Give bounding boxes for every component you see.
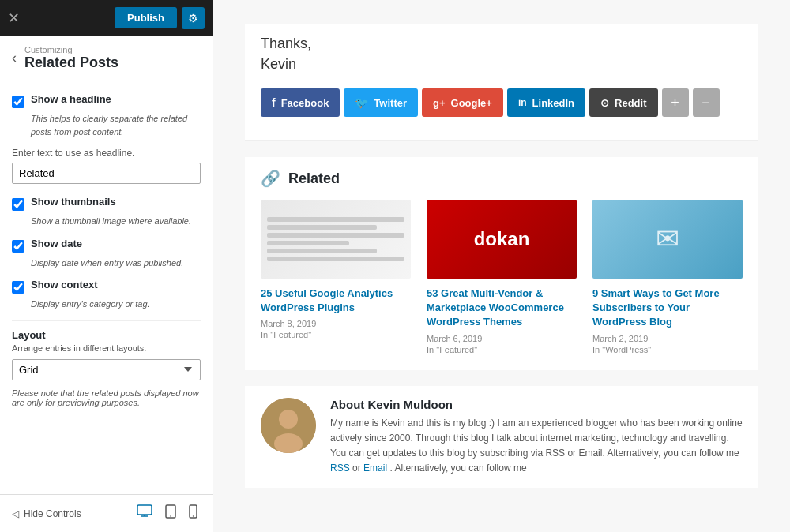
post-card: dokan 53 Great Multi-Vendor & Marketplac… <box>427 200 577 354</box>
about-content: About Kevin Muldoon My name is Kevin and… <box>330 398 743 477</box>
post-thumbnail-3: ✉ <box>592 200 743 279</box>
post-date-2: March 6, 2019 <box>427 334 577 343</box>
related-header: 🔗 Related <box>261 169 743 188</box>
svg-point-7 <box>274 433 303 453</box>
google-share-button[interactable]: g+ Google+ <box>422 88 503 117</box>
customizer-panel: ✕ Publish ⚙ ‹ Customizing Related Posts … <box>0 0 213 532</box>
gear-icon: ⚙ <box>188 12 198 24</box>
email-link[interactable]: Email <box>363 463 387 474</box>
panel-title: Related Posts <box>24 54 118 71</box>
post-thumbnail-1 <box>261 200 411 279</box>
preview-note: Please note that the related posts displ… <box>12 388 201 407</box>
envelope-icon: ✉ <box>656 223 679 256</box>
show-headline-label[interactable]: Show a headline <box>31 93 111 105</box>
reddit-label: Reddit <box>615 97 646 109</box>
show-thumbnails-row: Show thumbnails <box>12 196 201 211</box>
post-category-1: In "Featured" <box>261 330 411 339</box>
reddit-icon: ⊙ <box>600 97 609 109</box>
svg-point-4 <box>193 515 194 516</box>
publish-area: Publish ⚙ <box>115 7 205 29</box>
svg-point-2 <box>170 515 171 517</box>
blog-preview: Thanks, Kevin f Facebook 🐦 Twitter g+ Go… <box>213 0 790 532</box>
linkedin-icon: in <box>518 97 527 108</box>
layout-select[interactable]: Grid List Carousel <box>12 359 201 380</box>
headline-field-label: Enter text to use as headline. <box>12 148 201 159</box>
svg-rect-0 <box>137 505 152 515</box>
post-category-2: In "Featured" <box>427 345 577 354</box>
back-bar: ‹ Customizing Related Posts <box>0 36 213 81</box>
layout-desc: Arrange entries in different layouts. <box>12 343 201 353</box>
thanks-line2: Kevin <box>261 56 743 73</box>
about-name: About Kevin Muldoon <box>330 398 743 411</box>
publish-button[interactable]: Publish <box>115 7 177 28</box>
google-label: Google+ <box>451 97 492 109</box>
facebook-share-button[interactable]: f Facebook <box>261 88 340 117</box>
tablet-view-button[interactable] <box>162 503 179 524</box>
hide-controls-button[interactable]: ◁ Hide Controls <box>12 508 81 519</box>
google-icon: g+ <box>433 97 446 109</box>
post-date-3: March 2, 2019 <box>592 334 743 343</box>
post-card: ✉ 9 Smart Ways to Get More Subscribers t… <box>592 200 743 354</box>
about-text: My name is Kevin and this is my blog :) … <box>330 416 743 477</box>
about-section: About Kevin Muldoon My name is Kevin and… <box>245 386 758 489</box>
dokan-logo: dokan <box>474 228 530 250</box>
bottom-bar: ◁ Hide Controls <box>0 494 213 532</box>
add-social-button[interactable]: + <box>662 88 689 117</box>
show-thumbnails-label[interactable]: Show thumbnails <box>31 196 116 208</box>
post-card: 25 Useful Google Analytics WordPress Plu… <box>261 200 411 354</box>
post-title-2[interactable]: 53 Great Multi-Vendor & Marketplace WooC… <box>427 287 577 330</box>
customizing-label: Customizing <box>24 45 118 54</box>
show-context-checkbox[interactable] <box>12 281 24 294</box>
social-buttons: f Facebook 🐦 Twitter g+ Google+ in Linke… <box>261 88 743 117</box>
show-date-desc: Display date when entry was published. <box>31 257 201 270</box>
post-thumbnail-2: dokan <box>427 200 577 279</box>
related-icon: 🔗 <box>261 169 280 188</box>
post-category-3: In "WordPress" <box>592 345 743 354</box>
device-switcher <box>134 503 201 524</box>
linkedin-share-button[interactable]: in LinkedIn <box>507 88 585 117</box>
show-date-row: Show date <box>12 238 201 253</box>
rss-link[interactable]: RSS <box>330 463 350 474</box>
divider <box>12 320 201 321</box>
headline-input[interactable] <box>12 163 201 184</box>
related-posts-section: 🔗 Related 25 Useful Google Analytics Wor… <box>245 157 758 370</box>
svg-point-6 <box>279 410 298 429</box>
posts-grid: 25 Useful Google Analytics WordPress Plu… <box>261 200 743 354</box>
show-headline-checkbox[interactable] <box>12 96 24 108</box>
facebook-label: Facebook <box>281 97 329 109</box>
post-title-3[interactable]: 9 Smart Ways to Get More Subscribers to … <box>592 287 743 330</box>
thanks-section: Thanks, Kevin f Facebook 🐦 Twitter g+ Go… <box>245 24 758 141</box>
show-context-row: Show context <box>12 279 201 294</box>
twitter-share-button[interactable]: 🐦 Twitter <box>344 88 418 117</box>
show-date-label[interactable]: Show date <box>31 238 82 249</box>
back-button[interactable]: ‹ <box>12 50 17 66</box>
desktop-view-button[interactable] <box>134 503 156 524</box>
twitter-icon: 🐦 <box>355 96 368 109</box>
facebook-icon: f <box>272 96 276 109</box>
show-thumbnails-checkbox[interactable] <box>12 198 24 211</box>
post-title-1[interactable]: 25 Useful Google Analytics WordPress Plu… <box>261 287 411 315</box>
top-bar: ✕ Publish ⚙ <box>0 0 213 36</box>
show-context-label[interactable]: Show context <box>31 279 98 290</box>
author-avatar <box>261 398 316 453</box>
related-section-title: Related <box>288 170 340 187</box>
panel-content: Show a headline This helps to clearly se… <box>0 81 213 494</box>
layout-label: Layout <box>12 329 201 341</box>
chevron-left-icon: ‹ <box>12 50 17 66</box>
remove-social-button[interactable]: − <box>693 88 720 117</box>
show-date-checkbox[interactable] <box>12 240 24 253</box>
post-date-1: March 8, 2019 <box>261 319 411 328</box>
twitter-label: Twitter <box>374 97 407 109</box>
show-thumbnails-desc: Show a thumbnail image where available. <box>31 215 201 228</box>
reddit-share-button[interactable]: ⊙ Reddit <box>589 88 657 117</box>
eye-icon: ◁ <box>12 508 19 519</box>
show-context-desc: Display entry's category or tag. <box>31 298 201 311</box>
linkedin-label: LinkedIn <box>532 97 574 109</box>
mobile-view-button[interactable] <box>186 503 201 524</box>
back-text: Customizing Related Posts <box>24 45 118 71</box>
show-headline-row: Show a headline <box>12 93 201 108</box>
hide-controls-label: Hide Controls <box>24 508 81 519</box>
close-button[interactable]: ✕ <box>8 11 20 25</box>
gear-button[interactable]: ⚙ <box>182 7 205 29</box>
close-icon: ✕ <box>8 11 20 25</box>
